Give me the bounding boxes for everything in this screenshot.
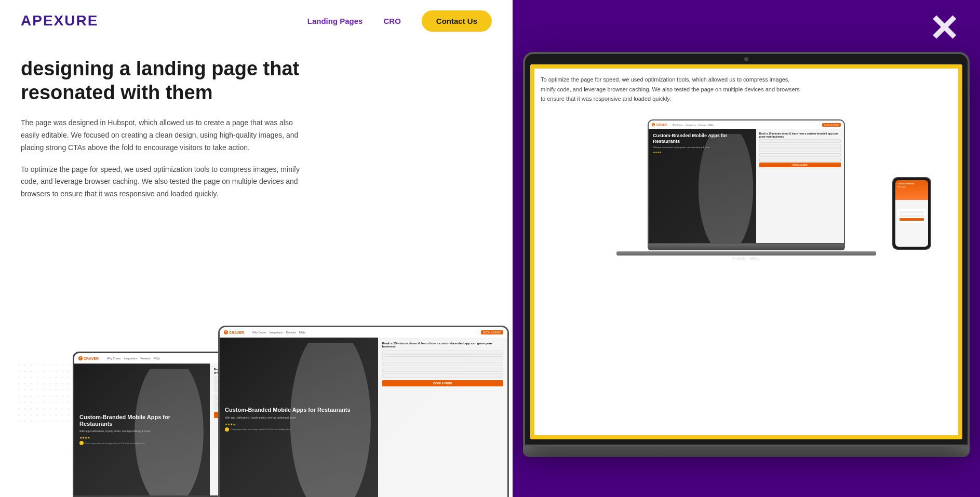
right-screen-content: To optimize the page for speed, we used … [530,64,962,439]
craver-nav-reviews: Reviews [141,357,151,360]
dot-grid-decoration [16,362,78,424]
inner-book-btn: BOOK A DEMO [822,123,841,127]
inner-craver-brand: CRAVER [656,123,667,126]
inner-craver-nav: Why Craver Integrations Reviews FAQs [673,124,714,126]
left-panel: APEXURE Landing Pages CRO Contact Us des… [0,0,513,497]
inner-laptop-container: C CRAVER Why Craver Integrations Reviews [616,119,876,260]
inner-laptop-stand [616,251,876,256]
inner-craver-right: Book a 15-minute demo & learn how a cust… [756,129,844,243]
inner-laptop-base [648,244,845,250]
craver-book-btn-l: BOOK A DEMO [481,330,503,334]
craver-mockup-large: C CRAVER Why Craver Integrations Reviews… [220,327,507,497]
inner-craver-title: Custom-Branded Mobile Apps for Restauran… [653,133,752,144]
craver-review-text: Craver apps have an average rating of 4.… [85,442,145,445]
inner-craver-btn: BOOK A DEMO [759,163,841,167]
inner-input-5 [759,158,841,162]
craver-logo-large: C CRAVER [224,330,244,334]
craver-input-co-l [382,368,503,372]
inner-input-1 [759,139,841,143]
craver-logo-circle: C [78,356,83,360]
inner-craver-stars: ★★★★ [653,151,752,154]
craver-input-ph-l [382,373,503,378]
inner-laptop: C CRAVER Why Craver Integrations Reviews [648,119,845,244]
nav-link-cro[interactable]: CRO [383,17,400,25]
x-logo: ✕ [929,10,959,47]
phone-top-text: Custom-Branded [897,182,926,185]
craver-review-icon [79,441,84,445]
right-panel: ✕ To optimize the page for speed, we use… [513,0,980,497]
nav-link-landing-pages[interactable]: Landing Pages [307,17,363,25]
craver-logo-small: C CRAVER [78,356,99,360]
phone-form-area [897,209,926,223]
inner-nav-int: Integrations [686,124,696,126]
craver-hero-left-l: Custom-Branded Mobile Apps for Restauran… [220,338,378,497]
inner-craver-logo-circle: C [652,123,655,126]
craver-logo-circle-large: C [224,330,228,334]
right-laptop-body: To optimize the page for speed, we used … [523,52,970,447]
inner-craver-logo: C CRAVER [652,123,667,126]
craver-brand-name: CRAVER [84,357,99,360]
laptop-large-screen: C CRAVER Why Craver Integrations Reviews… [220,327,507,497]
craver-input-fn-l [382,351,503,355]
craver-hero-sub-l: With app notifications, loyalty points, … [225,416,373,419]
laptop-large-body: C CRAVER Why Craver Integrations Reviews… [218,326,509,497]
inner-craver-form-title: Book a 15-minute demo & learn how a cust… [759,132,841,138]
craver-stars-l: ★★★★ [225,422,373,426]
laptop-large: C CRAVER Why Craver Integrations Reviews… [218,326,509,497]
logo: APEXURE [21,12,98,29]
inner-phone-screen: Custom-Branded Mobile Apps [895,180,928,247]
craver-nav-faqs-l: FAQs [299,331,306,334]
craver-review-text-l: Craver apps have an average rating of 4.… [231,428,291,431]
right-laptop-camera [744,57,748,61]
craver-hero-title: Custom-Branded Mobile Apps for Restauran… [79,414,205,427]
laptop-bottom-label: Front i5 — i900... [732,257,760,260]
craver-input-ln-l [382,356,503,360]
nav-links: Landing Pages CRO Contact Us [307,10,492,32]
inner-laptop-screen: C CRAVER Why Craver Integrations Reviews [649,120,844,243]
right-laptop-base [523,447,970,457]
craver-hero-sub: With app notifications, loyalty points, … [79,429,205,433]
inner-craver: C CRAVER Why Craver Integrations Reviews [649,120,844,243]
right-laptop-screen: To optimize the page for speed, we used … [530,64,962,439]
phone-sub-text: Mobile Apps [897,186,926,188]
craver-input-em-l [382,362,503,366]
craver-nav-why: Why Craver [107,357,120,360]
right-laptop: To optimize the page for speed, we used … [523,52,970,487]
craver-review-icon-l [225,427,229,432]
craver-nav-int-l: Integrations [269,331,283,334]
craver-review-l: Craver apps have an average rating of 4.… [225,427,373,432]
page-heading: designing a landing page that resonated … [21,57,312,104]
inner-phone: Custom-Branded Mobile Apps [892,177,931,250]
craver-review: Craver apps have an average rating of 4.… [79,441,205,445]
craver-nav-large: Why Craver Integrations Reviews FAQs [252,331,305,334]
craver-hero-left: Custom-Branded Mobile Apps for Restauran… [74,364,210,495]
craver-topbar-large: C CRAVER Why Craver Integrations Reviews… [220,327,507,338]
inner-craver-sub: With app notifications, loyalty points, … [653,146,752,149]
craver-nav-faqs: FAQs [154,357,160,360]
craver-nav-reviews-l: Reviews [286,331,296,334]
inner-nav-why: Why Craver [673,124,683,126]
inner-input-3 [759,149,841,152]
craver-form-title-l: Book a 15-minute demo & learn how a cust… [382,342,503,348]
inner-input-4 [759,153,841,157]
navbar: APEXURE Landing Pages CRO Contact Us [0,0,513,42]
phone-input-2 [900,214,924,217]
inner-craver-left: Custom-Branded Mobile Apps for Restauran… [649,129,756,243]
craver-brand-large: CRAVER [229,331,244,334]
craver-submit-l: BOOK A DEMO [382,380,503,386]
craver-hero-right-l: Book a 15-minute demo & learn how a cust… [378,338,507,497]
inner-laptop-wrapper: C CRAVER Why Craver Integrations Reviews [541,119,952,260]
craver-nav-int: Integrations [124,357,137,360]
inner-input-2 [759,144,841,147]
inner-craver-top: C CRAVER Why Craver Integrations Reviews [649,120,844,129]
craver-nav-links: Why Craver Integrations Reviews FAQs [107,357,160,360]
right-screen-text: To optimize the page for speed, we used … [541,75,800,104]
craver-hero-large: Custom-Branded Mobile Apps for Restauran… [220,338,507,497]
craver-hero-title-l: Custom-Branded Mobile Apps for Restauran… [225,407,373,413]
body-paragraph-1: The page was designed in Hubspot, which … [21,117,312,154]
inner-nav-faq: FAQs [708,124,714,126]
body-paragraph-2: To optimize the page for speed, we used … [21,164,312,200]
contact-us-button[interactable]: Contact Us [422,10,492,32]
craver-stars: ★★★★ [79,436,205,439]
phone-input-1 [900,211,924,213]
